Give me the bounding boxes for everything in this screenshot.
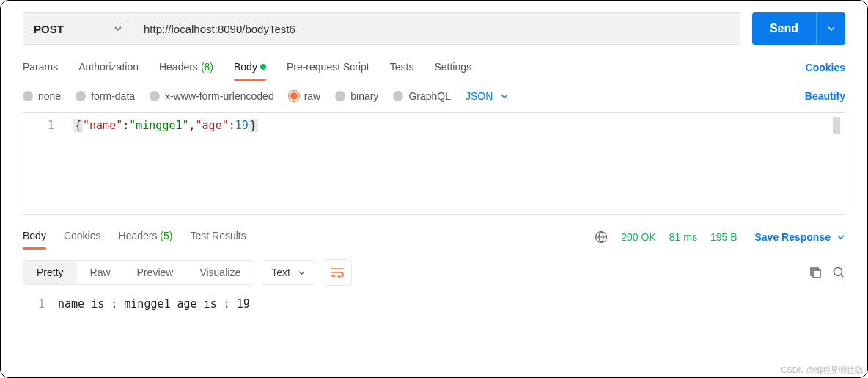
url-input[interactable] [133,12,740,45]
send-options-caret[interactable] [816,12,845,45]
wrap-icon [331,266,344,278]
beautify-button[interactable]: Beautify [805,90,845,102]
svg-point-3 [834,268,842,276]
radio-icon [335,91,345,101]
http-method-value: POST [34,23,64,35]
response-tab-body[interactable]: Body [23,225,46,249]
chevron-down-icon [114,24,122,33]
radio-icon [150,91,160,101]
tab-body[interactable]: Body [234,55,266,80]
cookies-link[interactable]: Cookies [806,62,845,73]
editor-line-number: 1 [23,113,67,214]
response-body-text: name is : mingge1 age is : 19 [58,297,250,310]
body-type-binary[interactable]: binary [335,90,378,102]
view-pretty[interactable]: Pretty [23,261,77,284]
view-preview[interactable]: Preview [124,261,187,284]
chevron-down-icon [298,269,306,277]
response-tab-test-results[interactable]: Test Results [190,225,246,249]
response-body: 1 name is : mingge1 age is : 19 [1,293,867,310]
editor-code-line: {"name":"mingge1","age":19} [67,113,264,214]
watermark: CSDN @编程界明世隐 [781,365,863,376]
chevron-down-icon [836,233,845,241]
response-size: 195 B [710,231,738,243]
body-type-form-data[interactable]: form-data [76,90,135,102]
body-type-none[interactable]: none [23,90,61,102]
tab-headers[interactable]: Headers (8) [159,55,213,80]
globe-icon[interactable] [595,230,608,244]
editor-scrollbar-indicator [833,117,840,134]
chevron-down-icon [827,24,836,33]
body-modified-dot-icon [260,64,266,70]
view-raw[interactable]: Raw [77,261,124,284]
response-status: 200 OK [621,231,655,243]
response-format-select[interactable]: Text [262,260,315,285]
http-method-select[interactable]: POST [23,12,133,45]
response-tab-headers[interactable]: Headers (5) [119,225,173,249]
tab-settings[interactable]: Settings [434,55,471,80]
request-body-editor[interactable]: 1 {"name":"mingge1","age":19} [23,112,845,215]
radio-icon [393,91,403,101]
radio-icon [76,91,86,101]
body-type-raw[interactable]: raw [289,90,321,102]
tab-prerequest[interactable]: Pre-request Script [287,55,369,80]
response-view-mode: Pretty Raw Preview Visualize [23,260,254,285]
tab-params[interactable]: Params [23,55,58,80]
copy-icon[interactable] [809,266,822,279]
send-button-label: Send [752,12,816,45]
body-format-select[interactable]: JSON [466,90,509,102]
response-time: 81 ms [669,231,697,243]
chevron-down-icon [500,92,509,101]
response-line-number: 1 [23,297,58,310]
wrap-lines-button[interactable] [323,259,352,286]
response-tab-cookies[interactable]: Cookies [64,225,101,249]
search-icon[interactable] [832,266,845,279]
radio-icon [23,91,33,101]
radio-selected-icon [289,91,299,101]
view-visualize[interactable]: Visualize [186,261,254,284]
tab-tests[interactable]: Tests [390,55,414,80]
body-type-urlencoded[interactable]: x-www-form-urlencoded [150,90,274,102]
headers-count: (8) [201,61,213,73]
response-headers-count: (5) [160,230,172,241]
save-response-button[interactable]: Save Response [755,231,846,243]
body-type-graphql[interactable]: GraphQL [393,90,451,102]
tab-authorization[interactable]: Authorization [78,55,139,80]
send-button[interactable]: Send [752,12,845,45]
svg-rect-2 [813,270,820,277]
